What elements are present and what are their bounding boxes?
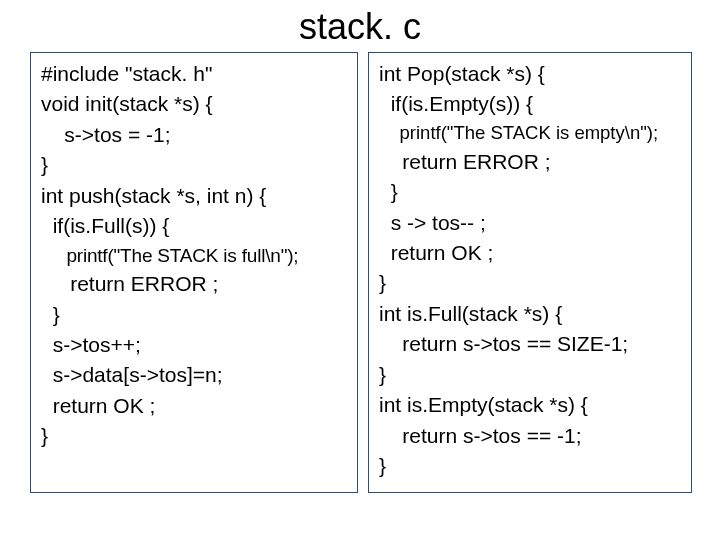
left-code-box: #include "stack. h" void init(stack *s) … <box>30 52 358 493</box>
code-line: return OK ; <box>379 238 681 268</box>
code-line: int is.Full(stack *s) { <box>379 299 681 329</box>
code-line: } <box>41 150 347 180</box>
code-line: return s->tos == -1; <box>379 421 681 451</box>
code-line: return ERROR ; <box>41 269 347 299</box>
right-code-box: int Pop(stack *s) { if(is.Empty(s)) { pr… <box>368 52 692 493</box>
code-line: return s->tos == SIZE-1; <box>379 329 681 359</box>
code-line: return ERROR ; <box>379 147 681 177</box>
code-line: } <box>41 300 347 330</box>
code-line: s->tos = -1; <box>41 120 347 150</box>
page-title: stack. c <box>0 0 720 52</box>
code-line: int is.Empty(stack *s) { <box>379 390 681 420</box>
code-line: if(is.Full(s)) { <box>41 211 347 241</box>
code-line: } <box>379 268 681 298</box>
code-line: printf("The STACK is empty\n"); <box>379 120 681 147</box>
code-line: if(is.Empty(s)) { <box>379 89 681 119</box>
code-line: } <box>379 177 681 207</box>
code-line: #include "stack. h" <box>41 59 347 89</box>
code-line: int Pop(stack *s) { <box>379 59 681 89</box>
code-line: } <box>379 451 681 481</box>
code-columns: #include "stack. h" void init(stack *s) … <box>0 52 720 493</box>
code-line: s->data[s->tos]=n; <box>41 360 347 390</box>
code-line: return OK ; <box>41 391 347 421</box>
code-line: printf("The STACK is full\n"); <box>41 242 347 270</box>
code-line: } <box>41 421 347 451</box>
code-line: } <box>379 360 681 390</box>
code-line: void init(stack *s) { <box>41 89 347 119</box>
code-line: s->tos++; <box>41 330 347 360</box>
code-line: int push(stack *s, int n) { <box>41 181 347 211</box>
code-line: s -> tos-- ; <box>379 208 681 238</box>
